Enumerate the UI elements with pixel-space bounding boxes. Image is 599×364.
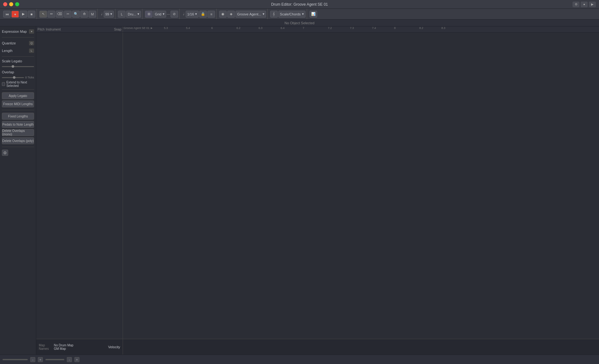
velocity-header: Map Names No Drum Map GM Map Velocity <box>36 339 123 355</box>
note-length-extra[interactable]: ≡ <box>207 11 215 18</box>
grid-toggle[interactable]: ⊞ <box>145 11 153 18</box>
scale-legato-label: Scale Legato <box>2 59 34 63</box>
scale-label: Scale/Chords <box>280 12 301 16</box>
grid-select[interactable]: Grid ▾ <box>153 11 166 18</box>
zoom-tool[interactable]: 🔍 <box>72 11 80 18</box>
agent-icon2[interactable]: ◈ <box>227 11 235 18</box>
overlap-slider-row: 0 Ticks <box>2 75 34 80</box>
length-section: Length L <box>2 48 34 54</box>
extend-next-checkbox[interactable] <box>2 82 5 86</box>
quantize-arrow: ▾ <box>110 12 112 16</box>
instrument-col-header: Instrument <box>46 28 113 31</box>
l-button[interactable]: L <box>118 11 125 18</box>
agent-group: ◉ ◈ Groove Agent... ▾ <box>218 9 267 19</box>
gm-map: GM Map <box>54 347 73 350</box>
divider5 <box>2 147 34 147</box>
note-icon: ♩ <box>182 12 185 16</box>
note-length-value: 1/16 <box>187 12 194 16</box>
rewind-button[interactable]: ⏮ <box>3 11 11 18</box>
divider1 <box>2 37 34 37</box>
titlebar-right: ⚙ ● ▶ <box>573 2 596 7</box>
scale-legato-slider[interactable] <box>2 66 34 67</box>
record-button[interactable]: ● <box>11 11 19 18</box>
apply-legato-button[interactable]: Apply Legato <box>2 92 34 99</box>
gear-button[interactable]: ⚙ <box>2 150 8 156</box>
expression-map-badge[interactable]: ▾ <box>29 29 34 34</box>
erase-tool[interactable]: ⌫ <box>56 11 63 18</box>
drum-select[interactable]: Dru... ▾ <box>126 11 141 18</box>
scale-legato-thumb <box>12 65 14 68</box>
overlap-section: Overlap 0 Ticks <box>2 70 34 80</box>
scale-select[interactable]: Scale/Chords ▾ <box>278 11 305 18</box>
pedal-note-button[interactable]: Pedals to Note Length <box>2 121 34 128</box>
velocity-map-values: No Drum Map GM Map <box>54 344 73 350</box>
minimize-button[interactable] <box>9 2 13 6</box>
agent-select[interactable]: Groove Agent... ▾ <box>236 11 266 18</box>
grid-canvas[interactable] <box>123 33 599 339</box>
delete-mono-button[interactable]: Delete Overlaps (mono) <box>2 129 34 136</box>
play-button[interactable]: ▶ <box>20 11 27 18</box>
tools-group: ↖ ✏ ⌫ ✂ 🔍 ⟰ M <box>38 9 98 19</box>
scale-legato-section: Scale Legato <box>2 59 34 69</box>
quantize-select[interactable]: 99 ▾ <box>104 11 114 18</box>
timeline-mark: 6.4 <box>281 26 285 30</box>
zoom-minus-button[interactable]: - <box>30 357 35 362</box>
overlap-slider[interactable] <box>2 77 24 78</box>
status-text: No Object Selected <box>285 21 315 25</box>
bend-tool[interactable]: ⟰ <box>80 11 88 18</box>
scale-icon[interactable]: 𝄞 <box>270 11 278 18</box>
titlebar-icon3[interactable]: ▶ <box>589 2 596 7</box>
titlebar-icon2[interactable]: ● <box>581 2 588 7</box>
grid-extra[interactable]: ⊘ <box>171 11 178 18</box>
freeze-midi-button[interactable]: Freeze MIDI Lengths <box>2 100 34 107</box>
velocity-area: Map Names No Drum Map GM Map Velocity <box>36 339 599 355</box>
traffic-lights <box>3 2 19 6</box>
titlebar-icon1[interactable]: ⚙ <box>573 2 579 7</box>
timeline-mark: 5.3 <box>164 26 168 30</box>
zoom-plus2-button[interactable]: + <box>74 357 79 362</box>
note-length-lock[interactable]: 🔒 <box>199 11 207 18</box>
divider3 <box>2 89 34 90</box>
close-button[interactable] <box>3 2 7 6</box>
window-title: Drum Editor: Groove Agent SE 01 <box>271 2 328 7</box>
split-tool[interactable]: ✂ <box>64 11 72 18</box>
statusbar: No Object Selected <box>0 20 599 26</box>
draw-tool[interactable]: ✏ <box>48 11 55 18</box>
note-length-select[interactable]: 1/16 ▾ <box>186 11 199 18</box>
length-label: Length <box>2 49 13 53</box>
overlap-label: Overlap <box>2 70 34 74</box>
agent-icon[interactable]: ◉ <box>219 11 227 18</box>
hzoom-slider[interactable] <box>45 359 64 360</box>
graph-button[interactable]: 📊 <box>310 11 317 18</box>
bottombar: - + - + <box>0 355 599 364</box>
names-label: Names <box>39 347 49 350</box>
timeline-mark: 8.2 <box>419 26 423 30</box>
length-key-badge: L <box>29 48 34 53</box>
timeline-mark: 8.3 <box>441 26 445 30</box>
expression-map-section: Expression Map ▾ <box>2 28 34 35</box>
scale-legato-slider-row <box>2 64 34 69</box>
timeline-mark: 8 <box>394 26 396 30</box>
quantize-row: Quantize Q <box>2 40 34 46</box>
stop-button[interactable]: ■ <box>28 11 35 18</box>
mute-tool[interactable]: M <box>89 11 96 18</box>
quantize-group: ♩ 99 ▾ <box>99 9 115 19</box>
titlebar: Drum Editor: Groove Agent SE 01 ⚙ ● ▶ <box>0 0 599 9</box>
timeline-mark: 6.2 <box>236 26 241 30</box>
overlap-thumb <box>13 76 15 79</box>
delete-poly-button[interactable]: Delete Overlaps (poly) <box>2 137 34 144</box>
select-tool[interactable]: ↖ <box>39 11 47 18</box>
bottom-slider[interactable] <box>3 359 28 360</box>
grid-area <box>36 33 599 339</box>
timeline-mark: 7 <box>303 26 304 30</box>
timeline-mark: Groove Agent SE 01 ► <box>124 26 153 30</box>
transport-group: ⏮ ● ▶ ■ <box>2 9 37 19</box>
maximize-button[interactable] <box>15 2 19 6</box>
zoom-minus2-button[interactable]: - <box>67 357 72 362</box>
no-drum-map: No Drum Map <box>54 344 73 347</box>
timeline-mark: 7.3 <box>350 26 354 30</box>
fixed-lengths-button[interactable]: Fixed Lengths <box>2 113 34 120</box>
zoom-plus-button[interactable]: + <box>38 357 43 362</box>
timeline-mark: 6 <box>211 26 213 30</box>
row-headers <box>36 33 123 339</box>
